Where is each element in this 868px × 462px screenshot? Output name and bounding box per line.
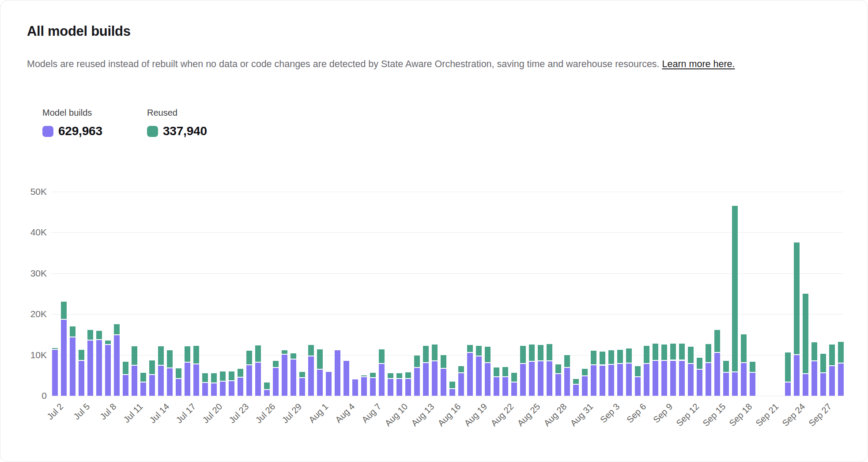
- bar-segment-reused[interactable]: [670, 344, 676, 360]
- bar-segment-model-builds[interactable]: [467, 353, 473, 396]
- bar-segment-reused[interactable]: [635, 366, 641, 376]
- bar-segment-reused[interactable]: [838, 342, 844, 363]
- bar-segment-reused[interactable]: [467, 345, 473, 352]
- bar-segment-reused[interactable]: [379, 349, 385, 363]
- bar-segment-reused[interactable]: [811, 342, 817, 361]
- bar-segment-model-builds[interactable]: [829, 366, 835, 396]
- bar-segment-reused[interactable]: [511, 373, 517, 382]
- bar-segment-reused[interactable]: [96, 331, 102, 339]
- bar-segment-reused[interactable]: [396, 373, 402, 378]
- bar-segment-model-builds[interactable]: [555, 374, 561, 396]
- bar-segment-model-builds[interactable]: [317, 370, 323, 396]
- bar-segment-reused[interactable]: [185, 346, 190, 362]
- bar-segment-model-builds[interactable]: [653, 361, 658, 396]
- bar-segment-model-builds[interactable]: [343, 361, 349, 396]
- bar-segment-model-builds[interactable]: [750, 373, 755, 396]
- bar-segment-model-builds[interactable]: [105, 345, 111, 396]
- bar-segment-model-builds[interactable]: [803, 374, 808, 396]
- bar-segment-reused[interactable]: [308, 345, 314, 356]
- bar-segment-reused[interactable]: [820, 354, 826, 372]
- bar-segment-reused[interactable]: [414, 356, 420, 367]
- bar-segment-model-builds[interactable]: [494, 377, 499, 396]
- bar-segment-model-builds[interactable]: [626, 364, 632, 396]
- bar-segment-reused[interactable]: [264, 382, 270, 389]
- bar-segment-model-builds[interactable]: [273, 368, 279, 396]
- bar-segment-reused[interactable]: [79, 350, 84, 360]
- bar-segment-model-builds[interactable]: [211, 383, 217, 396]
- bar-segment-model-builds[interactable]: [405, 379, 411, 396]
- bar-segment-model-builds[interactable]: [149, 375, 155, 396]
- bar-segment-model-builds[interactable]: [414, 368, 420, 396]
- bar-segment-model-builds[interactable]: [388, 379, 393, 396]
- bar-segment-reused[interactable]: [555, 364, 561, 374]
- bar-segment-reused[interactable]: [600, 352, 605, 364]
- bar-segment-reused[interactable]: [70, 326, 75, 337]
- bar-segment-reused[interactable]: [282, 350, 287, 353]
- bar-segment-model-builds[interactable]: [352, 379, 358, 396]
- bar-segment-model-builds[interactable]: [723, 373, 729, 396]
- bar-segment-reused[interactable]: [158, 346, 164, 365]
- bar-segment-reused[interactable]: [449, 382, 455, 388]
- bar-segment-model-builds[interactable]: [246, 365, 252, 396]
- bar-segment-model-builds[interactable]: [140, 382, 146, 396]
- bar-segment-reused[interactable]: [679, 344, 685, 360]
- bar-segment-reused[interactable]: [167, 350, 173, 367]
- bar-segment-model-builds[interactable]: [423, 363, 429, 396]
- bar-segment-model-builds[interactable]: [264, 390, 270, 396]
- bar-segment-model-builds[interactable]: [255, 363, 261, 396]
- bar-segment-reused[interactable]: [149, 360, 155, 374]
- bar-segment-model-builds[interactable]: [644, 364, 649, 396]
- bar-segment-model-builds[interactable]: [282, 355, 287, 396]
- bar-segment-model-builds[interactable]: [193, 364, 199, 396]
- bar-segment-model-builds[interactable]: [714, 353, 720, 396]
- bar-segment-reused[interactable]: [573, 379, 579, 384]
- bar-segment-model-builds[interactable]: [299, 378, 305, 396]
- bar-segment-reused[interactable]: [653, 344, 658, 360]
- bar-segment-reused[interactable]: [644, 346, 649, 363]
- bar-segment-model-builds[interactable]: [229, 381, 234, 396]
- bar-segment-model-builds[interactable]: [785, 382, 791, 396]
- bar-segment-reused[interactable]: [123, 362, 128, 374]
- bar-segment-reused[interactable]: [105, 341, 111, 344]
- bar-segment-model-builds[interactable]: [661, 361, 667, 396]
- bar-segment-reused[interactable]: [617, 350, 623, 363]
- bar-segment-model-builds[interactable]: [820, 373, 826, 396]
- bar-segment-reused[interactable]: [741, 334, 747, 362]
- bar-segment-reused[interactable]: [688, 347, 694, 363]
- bar-segment-model-builds[interactable]: [361, 377, 367, 396]
- bar-segment-model-builds[interactable]: [132, 366, 137, 396]
- bar-segment-reused[interactable]: [202, 373, 208, 382]
- bar-segment-model-builds[interactable]: [379, 364, 385, 396]
- bar-segment-model-builds[interactable]: [441, 369, 446, 396]
- bar-segment-model-builds[interactable]: [61, 320, 67, 396]
- bar-segment-reused[interactable]: [361, 375, 367, 376]
- bar-segment-model-builds[interactable]: [220, 382, 226, 396]
- bar-segment-model-builds[interactable]: [158, 366, 164, 396]
- bar-segment-model-builds[interactable]: [476, 356, 482, 396]
- bar-segment-reused[interactable]: [317, 349, 323, 369]
- bar-segment-reused[interactable]: [176, 368, 181, 378]
- bar-segment-reused[interactable]: [458, 366, 464, 373]
- bar-segment-model-builds[interactable]: [635, 377, 641, 396]
- bar-segment-model-builds[interactable]: [238, 378, 243, 396]
- bar-segment-model-builds[interactable]: [573, 385, 579, 396]
- bar-segment-model-builds[interactable]: [670, 361, 676, 396]
- bar-segment-reused[interactable]: [750, 362, 755, 372]
- bar-segment-reused[interactable]: [732, 206, 738, 371]
- bar-segment-reused[interactable]: [697, 358, 702, 369]
- bar-segment-reused[interactable]: [591, 351, 596, 364]
- bar-segment-reused[interactable]: [494, 367, 499, 376]
- bar-segment-model-builds[interactable]: [291, 360, 296, 396]
- bar-segment-model-builds[interactable]: [308, 356, 314, 396]
- bar-segment-reused[interactable]: [520, 346, 526, 363]
- bar-segment-model-builds[interactable]: [485, 363, 491, 396]
- bar-segment-model-builds[interactable]: [582, 376, 588, 396]
- bar-segment-model-builds[interactable]: [502, 377, 508, 396]
- bar-segment-reused[interactable]: [423, 346, 429, 362]
- bar-segment-model-builds[interactable]: [538, 361, 543, 396]
- bar-segment-model-builds[interactable]: [396, 379, 402, 396]
- bar-segment-reused[interactable]: [582, 369, 588, 375]
- bar-segment-model-builds[interactable]: [591, 365, 596, 396]
- bar-segment-model-builds[interactable]: [87, 341, 93, 396]
- bar-segment-reused[interactable]: [626, 348, 632, 363]
